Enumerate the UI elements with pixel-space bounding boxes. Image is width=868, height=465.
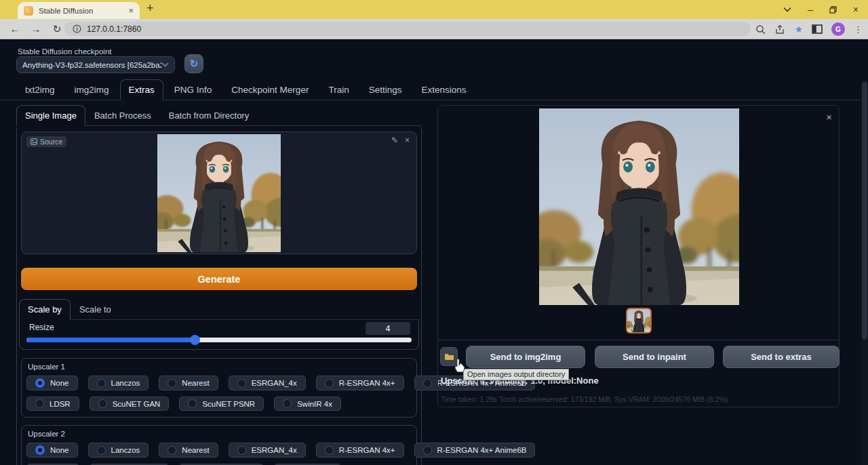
upscaler1-block: Upscaler 1 None Lanczos Nearest ESRGAN_4… — [21, 358, 417, 418]
source-image-dropzone[interactable]: Source ✎ × — [21, 132, 417, 254]
scrollbar-thumb[interactable] — [862, 82, 867, 340]
site-info-icon[interactable] — [73, 24, 81, 33]
window-close-icon[interactable]: × — [853, 4, 859, 15]
radio-icon — [97, 379, 106, 388]
tab-scale-to[interactable]: Scale to — [71, 299, 120, 320]
tab-png-info[interactable]: PNG Info — [165, 79, 221, 100]
upscaler-option-none[interactable]: None — [26, 443, 78, 458]
tab-checkpoint-merger[interactable]: Checkpoint Merger — [222, 79, 317, 100]
radio-icon — [167, 379, 176, 388]
upscaler2-block: Upscaler 2 None Lanczos Nearest ESRGAN_4… — [21, 425, 417, 465]
tab-extras[interactable]: Extras — [120, 79, 163, 100]
upscaler-option-resrgan-anime6b[interactable]: R-ESRGAN 4x+ Anime6B — [414, 443, 536, 458]
upscaler1-row1: None Lanczos Nearest ESRGAN_4x R-ESRGAN … — [26, 376, 412, 390]
radio-selected-icon — [35, 445, 45, 455]
upscaler-option-scunet-gan[interactable]: ScuNET GAN — [90, 397, 170, 411]
tab-close-icon[interactable]: × — [128, 5, 134, 16]
upscaler-option-resrgan4x[interactable]: R-ESRGAN 4x+ — [316, 376, 404, 390]
radio-icon — [98, 399, 107, 408]
tab-settings[interactable]: Settings — [360, 79, 411, 100]
upscaler-option-swinir[interactable]: SwinIR 4x — [274, 397, 341, 411]
chip-label: ESRGAN_4x — [252, 446, 297, 454]
upscaler-option-nearest[interactable]: Nearest — [159, 443, 218, 458]
generate-label: Generate — [198, 274, 241, 285]
bookmark-star-icon[interactable]: ★ — [794, 24, 803, 35]
radio-icon — [237, 379, 246, 388]
chip-label: R-ESRGAN 4x+ Anime6B — [437, 446, 527, 454]
result-image[interactable] — [539, 108, 739, 305]
chip-label: Nearest — [182, 446, 209, 454]
chip-label: R-ESRGAN 4x+ — [339, 379, 395, 387]
refresh-icon: ↻ — [190, 58, 199, 70]
upscaler-option-nearest[interactable]: Nearest — [159, 376, 218, 390]
source-label: Source — [40, 138, 62, 146]
forward-icon[interactable]: → — [30, 23, 42, 35]
back-icon[interactable]: ← — [9, 23, 21, 35]
window-minimize-icon[interactable]: – — [808, 4, 813, 15]
profile-avatar[interactable]: G — [831, 22, 845, 36]
main-tabbar: txt2img img2img Extras PNG Info Checkpoi… — [0, 79, 868, 100]
clear-image-icon[interactable]: × — [405, 136, 410, 145]
upscaler-option-lanczos[interactable]: Lanczos — [88, 443, 149, 458]
mouse-cursor-icon — [452, 358, 466, 374]
generate-button[interactable]: Generate — [21, 268, 417, 290]
gallery-thumbnail[interactable] — [626, 308, 652, 333]
upscaler-option-scunet-psnr[interactable]: ScuNET PSNR — [179, 397, 264, 411]
send-to-img2img-button[interactable]: Send to img2img — [466, 346, 585, 368]
radio-selected-icon — [35, 378, 45, 388]
browser-titlebar: Stable Diffusion × + – × — [0, 0, 868, 19]
tab-train[interactable]: Train — [319, 79, 357, 100]
chip-label: LDSR — [50, 400, 71, 408]
refresh-checkpoint-button[interactable]: ↻ — [184, 54, 203, 73]
resize-number-input[interactable]: 4 — [366, 322, 410, 335]
button-label: Send to inpaint — [623, 352, 686, 362]
upscaler2-row1: None Lanczos Nearest ESRGAN_4x R-ESRGAN … — [26, 443, 412, 458]
checkpoint-select[interactable]: Anything-V3-fp32.safetensors [625a2ba2] — [16, 56, 175, 73]
upscaler-option-resrgan4x[interactable]: R-ESRGAN 4x+ — [316, 443, 404, 458]
resize-slider[interactable] — [26, 338, 412, 342]
url-bar[interactable]: 127.0.0.1:7860 — [64, 22, 751, 36]
checkpoint-value: Anything-V3-fp32.safetensors [625a2ba2] — [22, 61, 161, 69]
resize-slider-handle[interactable] — [190, 335, 200, 345]
side-panel-icon[interactable] — [812, 24, 823, 34]
reload-icon[interactable]: ↻ — [51, 23, 63, 35]
resize-slider-fill — [26, 338, 195, 342]
upscaler1-row2: LDSR ScuNET GAN ScuNET PSNR SwinIR 4x — [26, 397, 412, 411]
new-tab-button[interactable]: + — [146, 1, 154, 16]
upscaler-option-esrgan4x[interactable]: ESRGAN_4x — [229, 443, 306, 458]
tab-txt2img[interactable]: txt2img — [16, 79, 64, 100]
window-chevron-icon[interactable] — [783, 7, 791, 12]
checkpoint-label: Stable Diffusion checkpoint — [18, 47, 112, 56]
result-panel: × Send to img2img Send to inpaint Send t… — [437, 105, 840, 407]
single-image-content: Source ✎ × Generate Scale by Scale to — [16, 127, 422, 465]
tab-batch-from-directory[interactable]: Batch from Directory — [160, 105, 258, 126]
window-restore-icon[interactable] — [829, 6, 837, 14]
url-text: 127.0.0.1:7860 — [87, 24, 141, 34]
zoom-icon[interactable] — [755, 24, 766, 35]
upscaler-option-esrgan4x[interactable]: ESRGAN_4x — [229, 376, 306, 390]
browser-tab-title: Stable Diffusion — [39, 7, 128, 15]
tab-batch-process[interactable]: Batch Process — [85, 105, 160, 126]
tab-extensions[interactable]: Extensions — [412, 79, 475, 100]
chip-label: SwinIR 4x — [297, 400, 332, 408]
footer-stats-text: Time taken: 1.29s Torch active/reserved:… — [441, 395, 728, 403]
radio-icon — [237, 446, 246, 455]
upscaler-option-ldsr[interactable]: LDSR — [26, 397, 79, 411]
send-to-inpaint-button[interactable]: Send to inpaint — [595, 346, 714, 368]
divider — [438, 340, 839, 340]
browser-tab[interactable]: Stable Diffusion × — [18, 2, 140, 19]
browser-menu-icon[interactable]: ⋮ — [854, 24, 863, 35]
upscaler-option-lanczos[interactable]: Lanczos — [88, 376, 149, 390]
radio-icon — [167, 446, 176, 455]
send-to-extras-button[interactable]: Send to extras — [723, 346, 840, 368]
radio-icon — [188, 399, 197, 408]
tab-scale-by[interactable]: Scale by — [19, 299, 71, 320]
tab-img2img[interactable]: img2img — [66, 79, 118, 100]
upscaler-option-none[interactable]: None — [26, 376, 78, 390]
tab-single-image[interactable]: Single Image — [16, 105, 85, 126]
edit-image-icon[interactable]: ✎ — [391, 136, 398, 145]
gallery-close-icon[interactable]: × — [826, 111, 832, 123]
radio-icon — [325, 446, 334, 455]
share-icon[interactable] — [774, 24, 785, 35]
radio-icon — [423, 379, 432, 388]
